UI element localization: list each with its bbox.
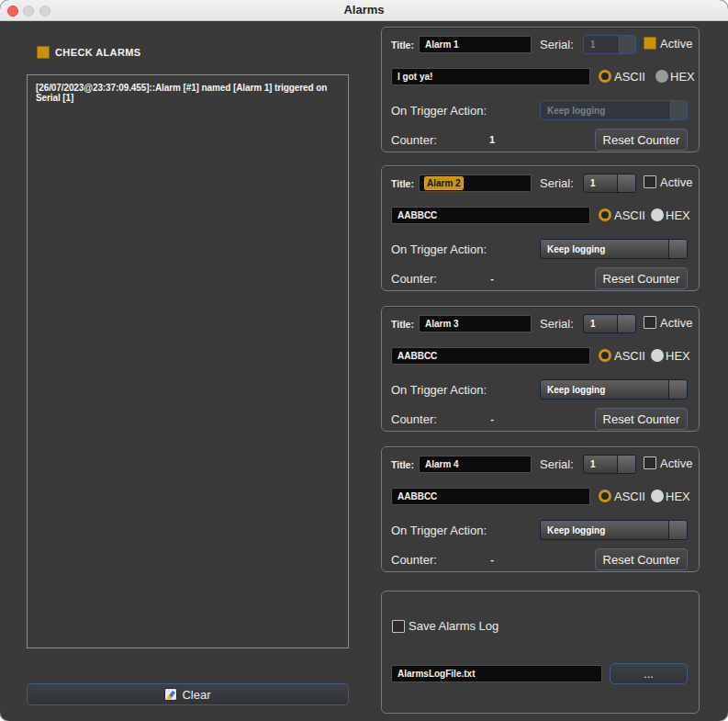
alarm2-reset-counter-button[interactable]: Reset Counter <box>595 267 688 289</box>
on-trigger-label: On Trigger Action: <box>391 524 487 537</box>
alarm2-ascii-radio[interactable] <box>599 208 611 221</box>
alarm3-active-checkbox[interactable] <box>644 316 656 329</box>
alarm3-serial-combo[interactable]: 1 <box>583 314 636 333</box>
serial-label: Serial: <box>540 457 574 471</box>
alarm1-hex-radio[interactable] <box>655 70 668 83</box>
alarm4-serial-combo[interactable]: 1 <box>583 455 636 474</box>
alarm1-action-combo[interactable]: Keep logging <box>540 100 688 120</box>
alarm-panel-4: Title: Alarm 4 Serial: 1 Active AABBCC A… <box>381 446 700 572</box>
alarm4-action-combo[interactable]: Keep logging <box>540 520 688 540</box>
title-label: Title: <box>391 39 414 51</box>
alarm2-hex-radio[interactable] <box>651 208 664 221</box>
log-file-input[interactable]: AlarmsLogFile.txt <box>391 665 602 682</box>
alarm3-reset-counter-button[interactable]: Reset Counter <box>595 408 688 430</box>
alarm2-pattern-input[interactable]: AABBCC <box>391 207 590 224</box>
alarm1-active-checkbox[interactable] <box>644 37 656 50</box>
window-title: Alarms <box>0 3 728 17</box>
clear-button[interactable]: Clear <box>27 683 349 705</box>
on-trigger-label: On Trigger Action: <box>391 242 487 256</box>
alarm3-ascii-radio[interactable] <box>599 349 611 362</box>
check-alarms-label: CHECK ALARMS <box>55 47 141 58</box>
alarm1-reset-counter-button[interactable]: Reset Counter <box>595 129 688 151</box>
alarm2-counter-value: - <box>478 273 506 284</box>
active-label: Active <box>660 456 692 470</box>
counter-label: Counter: <box>391 412 437 426</box>
alarm1-ascii-radio[interactable] <box>599 70 611 83</box>
alarm2-action-combo[interactable]: Keep logging <box>540 239 688 259</box>
alarms-window: Alarms CHECK ALARMS [26/07/2023@23:37:09… <box>0 0 728 721</box>
counter-label: Counter: <box>391 553 437 567</box>
active-label: Active <box>660 37 692 51</box>
hex-label: HEX <box>670 70 695 84</box>
alarm4-title-input[interactable]: Alarm 4 <box>419 456 532 473</box>
alarm1-serial-combo[interactable]: 1 <box>583 35 636 54</box>
title-label: Title: <box>391 178 414 189</box>
hex-label: HEX <box>666 490 690 503</box>
title-label: Title: <box>391 459 414 470</box>
combo-arrow-button[interactable] <box>668 521 687 539</box>
titlebar: Alarms <box>0 0 728 21</box>
combo-arrow-button[interactable] <box>617 315 635 332</box>
alarm1-pattern-input[interactable]: I got ya! <box>391 68 590 85</box>
on-trigger-label: On Trigger Action: <box>391 383 487 397</box>
alarm-panel-3: Title: Alarm 3 Serial: 1 Active AABBCC A… <box>381 306 700 432</box>
combo-arrow-button[interactable] <box>668 240 687 258</box>
serial-label: Serial: <box>540 317 574 331</box>
save-alarms-log-label: Save Alarms Log <box>409 619 498 633</box>
combo-arrow-button[interactable] <box>617 456 635 473</box>
clear-button-label: Clear <box>182 688 210 702</box>
alarm3-counter-value: - <box>478 413 506 424</box>
alarm3-pattern-input[interactable]: AABBCC <box>391 347 590 365</box>
combo-arrow-button[interactable] <box>617 36 635 53</box>
alarm-panel-1: Title: Alarm 1 Serial: 1 Active I got ya… <box>381 27 700 152</box>
alarm-panel-2: Title: Alarm 2 Serial: 1 Active AABBCC A… <box>381 165 700 291</box>
ascii-label: ASCII <box>614 490 645 503</box>
ascii-label: ASCII <box>614 208 645 222</box>
check-alarms-checkbox[interactable] <box>37 46 50 59</box>
combo-arrow-button[interactable] <box>668 101 687 119</box>
alarm4-active-checkbox[interactable] <box>644 456 656 469</box>
combo-arrow-button[interactable] <box>617 175 635 192</box>
ascii-label: ASCII <box>614 70 645 84</box>
check-alarms-row: CHECK ALARMS <box>37 46 141 59</box>
title-label: Title: <box>391 319 414 330</box>
alarm3-title-input[interactable]: Alarm 3 <box>419 315 532 332</box>
browse-file-button[interactable]: ... <box>610 663 688 684</box>
alarm1-title-input[interactable]: Alarm 1 <box>419 36 532 53</box>
serial-label: Serial: <box>540 176 574 190</box>
alarm2-active-checkbox[interactable] <box>644 175 656 188</box>
combo-arrow-button[interactable] <box>668 380 687 399</box>
on-trigger-label: On Trigger Action: <box>391 104 487 118</box>
alarm4-ascii-radio[interactable] <box>599 490 611 502</box>
save-alarms-log-panel: Save Alarms Log AlarmsLogFile.txt ... <box>381 591 700 714</box>
serial-label: Serial: <box>540 38 574 51</box>
hex-label: HEX <box>666 349 690 363</box>
alarms-log-view[interactable]: [26/07/2023@23:37:09.455]::Alarm [#1] na… <box>27 74 349 648</box>
alarm4-reset-counter-button[interactable]: Reset Counter <box>595 548 688 570</box>
log-line: [26/07/2023@23:37:09.455]::Alarm [#1] na… <box>28 75 348 103</box>
alarm4-pattern-input[interactable]: AABBCC <box>391 488 590 505</box>
active-label: Active <box>660 316 692 330</box>
counter-label: Counter: <box>391 133 437 147</box>
alarm4-hex-radio[interactable] <box>651 490 664 502</box>
alarm3-action-combo[interactable]: Keep logging <box>540 379 688 400</box>
ascii-label: ASCII <box>614 349 645 363</box>
alarm2-title-input[interactable]: Alarm 2 <box>419 175 532 192</box>
save-alarms-log-checkbox[interactable] <box>392 620 405 633</box>
hex-label: HEX <box>666 208 690 222</box>
counter-label: Counter: <box>391 272 437 286</box>
clear-icon <box>164 688 177 701</box>
alarm3-hex-radio[interactable] <box>651 349 664 362</box>
alarm2-serial-combo[interactable]: 1 <box>583 174 636 193</box>
alarm4-counter-value: - <box>478 554 506 565</box>
active-label: Active <box>660 175 692 189</box>
alarm1-counter-value: 1 <box>478 134 506 145</box>
